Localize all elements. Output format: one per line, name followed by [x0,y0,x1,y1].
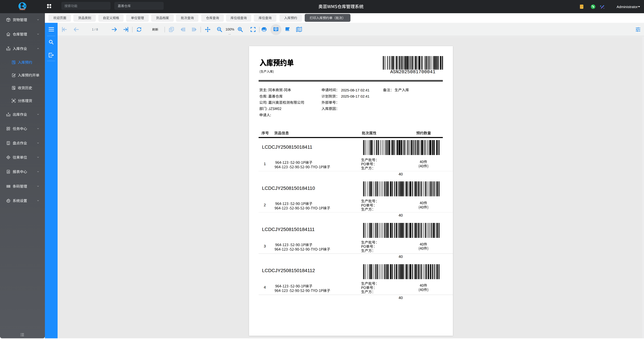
svg-text:WMS: WMS [20,8,25,11]
